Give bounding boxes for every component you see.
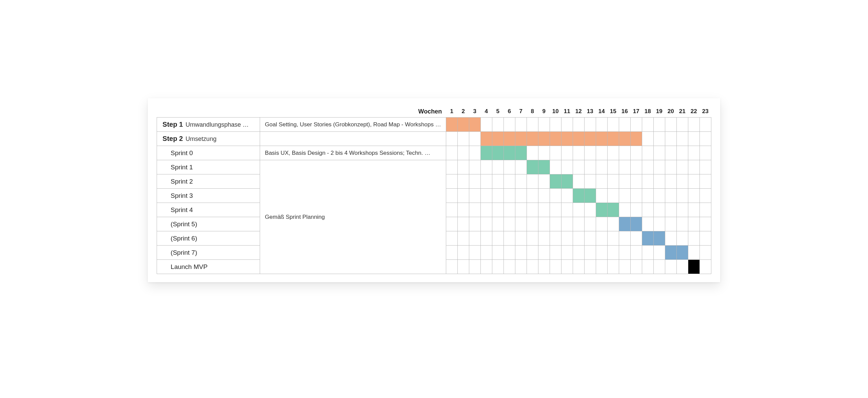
- row-name: Launch MVP: [157, 260, 260, 274]
- gantt-cell: [550, 118, 561, 132]
- gantt-cell: [538, 132, 550, 146]
- gantt-cell: [457, 231, 469, 246]
- gantt-cell: [515, 189, 527, 203]
- gantt-cell: [515, 118, 527, 132]
- gantt-cell: [504, 146, 515, 160]
- row-step-sub: Umwandlungsphase …: [185, 121, 249, 128]
- gantt-cell: [653, 217, 665, 231]
- gantt-cell: [584, 160, 596, 174]
- gantt-row: Sprint 0Basis UX, Basis Design - 2 bis 4…: [157, 146, 711, 160]
- gantt-cell: [550, 246, 561, 260]
- gantt-cell: [504, 132, 515, 146]
- gantt-cell: [480, 231, 492, 246]
- gantt-cell: [492, 146, 504, 160]
- gantt-cell: [665, 217, 676, 231]
- gantt-cell: [676, 146, 688, 160]
- week-header: 2: [457, 106, 469, 118]
- week-header: 1: [446, 106, 457, 118]
- gantt-cell: [446, 246, 457, 260]
- gantt-cell: [469, 132, 480, 146]
- gantt-cell: [527, 203, 538, 217]
- gantt-cell: [630, 260, 642, 274]
- gantt-cell: [504, 118, 515, 132]
- gantt-cell: [504, 231, 515, 246]
- gantt-cell: [469, 231, 480, 246]
- gantt-cell: [446, 160, 457, 174]
- gantt-cell: [538, 217, 550, 231]
- gantt-cell: [527, 260, 538, 274]
- gantt-cell: [699, 189, 711, 203]
- week-header: 12: [573, 106, 584, 118]
- gantt-cell: [596, 246, 607, 260]
- gantt-cell: [642, 132, 653, 146]
- gantt-cell: [469, 160, 480, 174]
- gantt-cell: [676, 203, 688, 217]
- gantt-cell: [699, 174, 711, 189]
- gantt-cell: [504, 174, 515, 189]
- row-name: (Sprint 6): [157, 231, 260, 246]
- gantt-cell: [573, 231, 584, 246]
- gantt-cell: [596, 189, 607, 203]
- gantt-cell: [515, 217, 527, 231]
- gantt-cell: [665, 260, 676, 274]
- gantt-cell: [665, 146, 676, 160]
- gantt-cell: [561, 132, 573, 146]
- gantt-cell: [573, 203, 584, 217]
- gantt-cell: [584, 118, 596, 132]
- gantt-cell: [457, 132, 469, 146]
- gantt-cell: [642, 160, 653, 174]
- gantt-cell: [515, 146, 527, 160]
- gantt-cell: [642, 217, 653, 231]
- gantt-cell: [596, 231, 607, 246]
- gantt-cell: [665, 203, 676, 217]
- gantt-cell: [630, 174, 642, 189]
- gantt-cell: [492, 189, 504, 203]
- gantt-cell: [457, 118, 469, 132]
- gantt-cell: [676, 217, 688, 231]
- row-name-label: (Sprint 7): [171, 249, 197, 256]
- week-header: 14: [596, 106, 607, 118]
- week-header: 16: [619, 106, 630, 118]
- gantt-cell: [607, 246, 619, 260]
- gantt-cell: [561, 246, 573, 260]
- gantt-cell: [550, 160, 561, 174]
- gantt-cell: [584, 132, 596, 146]
- gantt-cell: [480, 189, 492, 203]
- row-step-label: Step 1: [162, 121, 183, 128]
- gantt-cell: [699, 260, 711, 274]
- row-name-label: (Sprint 6): [171, 235, 197, 242]
- gantt-cell: [688, 260, 699, 274]
- gantt-cell: [550, 217, 561, 231]
- gantt-card: Wochen 123456789101112131415161718192021…: [148, 98, 720, 282]
- gantt-cell: [642, 203, 653, 217]
- gantt-cell: [688, 146, 699, 160]
- gantt-cell: [561, 160, 573, 174]
- header-spacer-name: [157, 106, 260, 118]
- gantt-cell: [573, 132, 584, 146]
- gantt-cell: [676, 174, 688, 189]
- gantt-cell: [642, 146, 653, 160]
- gantt-cell: [642, 174, 653, 189]
- gantt-cell: [584, 189, 596, 203]
- gantt-cell: [596, 260, 607, 274]
- row-name-label: Sprint 1: [171, 164, 193, 171]
- gantt-cell: [527, 189, 538, 203]
- gantt-cell: [469, 246, 480, 260]
- gantt-cell: [480, 160, 492, 174]
- row-name: Step 1Umwandlungsphase …: [157, 118, 260, 132]
- row-name-label: Sprint 3: [171, 192, 193, 199]
- gantt-cell: [584, 260, 596, 274]
- row-name: Sprint 4: [157, 203, 260, 217]
- gantt-cell: [480, 260, 492, 274]
- gantt-cell: [630, 132, 642, 146]
- gantt-row: Step 1Umwandlungsphase …Goal Setting, Us…: [157, 118, 711, 132]
- gantt-cell: [619, 118, 630, 132]
- gantt-cell: [676, 246, 688, 260]
- gantt-cell: [699, 246, 711, 260]
- gantt-cell: [607, 203, 619, 217]
- row-desc: Basis UX, Basis Design - 2 bis 4 Worksho…: [260, 146, 446, 160]
- gantt-cell: [561, 203, 573, 217]
- gantt-cell: [573, 118, 584, 132]
- gantt-cell: [446, 217, 457, 231]
- gantt-cell: [469, 118, 480, 132]
